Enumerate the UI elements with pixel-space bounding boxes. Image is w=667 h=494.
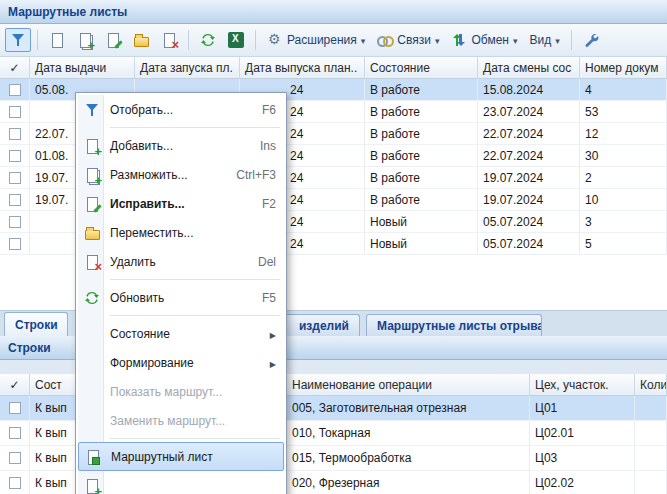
toolbar-separator — [571, 30, 572, 50]
column-header-release-date[interactable]: Дата выпуска план.. — [240, 57, 365, 78]
filter-icon — [84, 102, 100, 118]
add-document-icon — [84, 138, 100, 154]
menu-item-add[interactable]: Добавить... Ins — [78, 131, 284, 160]
row-checkbox[interactable] — [9, 194, 21, 206]
add-document-icon — [49, 32, 65, 48]
row-checkbox[interactable] — [9, 84, 21, 96]
menu-item-filter[interactable]: Отобрать... F6 — [78, 95, 284, 124]
filter-button[interactable] — [5, 28, 31, 52]
move-folder-icon — [84, 225, 100, 241]
row-checkbox[interactable] — [9, 216, 21, 228]
settings-wrench-button[interactable] — [578, 28, 604, 52]
tab-rows[interactable]: Строки — [4, 312, 68, 336]
menu-item-state[interactable]: Состояние — [78, 319, 284, 348]
toolbar-separator — [37, 30, 38, 50]
column-header-quantity[interactable]: Колич — [635, 374, 667, 395]
toolbar-separator — [188, 30, 189, 50]
column-header-check[interactable]: ✓ — [0, 57, 30, 78]
menu-item-label: Добавить... — [110, 139, 173, 153]
view-label: Вид — [530, 33, 552, 47]
cell-state: В работе — [365, 145, 478, 166]
tab-route-sheets-tearoff[interactable]: Маршрутные листы отрыва — [366, 314, 542, 336]
links-label: Связи — [397, 33, 431, 47]
column-header-operation[interactable]: Наименование операции — [287, 374, 530, 395]
column-header-state-change-date[interactable]: Дата смены сос — [478, 57, 580, 78]
cell-state-change-date: 22.07.2024 — [478, 123, 580, 144]
context-menu: Отобрать... F6 Добавить... Ins Размножит… — [75, 92, 287, 494]
row-checkbox[interactable] — [9, 477, 21, 489]
cell-state: Новый — [365, 211, 478, 232]
menu-item-formation[interactable]: Формирование — [78, 348, 284, 377]
menu-item-label: Размножить... — [110, 168, 188, 182]
menu-item-replace-route: Заменить маршрут... — [78, 406, 284, 435]
cell-state-change-date: 15.08.2024 — [478, 79, 580, 100]
exchange-dropdown[interactable]: Обмен — [446, 28, 522, 52]
delete-button[interactable] — [156, 28, 182, 52]
menu-item-label: Удалить — [110, 255, 156, 269]
cell-state-change-date: 23.07.2024 — [478, 101, 580, 122]
menu-item-label: Формирование — [110, 356, 194, 370]
menu-separator — [110, 127, 280, 128]
row-checkbox[interactable] — [9, 150, 21, 162]
copy-document-icon — [77, 32, 93, 48]
menu-item-edit[interactable]: Исправить... F2 — [78, 189, 284, 218]
cell-workshop: Ц02.02 — [530, 471, 635, 494]
row-checkbox[interactable] — [9, 172, 21, 184]
filter-icon — [10, 32, 26, 48]
cell-state-change-date: 19.07.2024 — [478, 167, 580, 188]
chevron-down-icon — [361, 33, 366, 47]
menu-item-route-sheet[interactable]: Маршрутный лист — [78, 442, 284, 471]
menu-item-duplicate[interactable]: Размножить... Ctrl+F3 — [78, 160, 284, 189]
tab-label: Маршрутные листы отрыва — [377, 319, 542, 333]
exchange-label: Обмен — [471, 33, 509, 47]
extensions-dropdown[interactable]: Расширения — [262, 28, 370, 52]
row-checkbox[interactable] — [9, 402, 21, 414]
row-checkbox[interactable] — [9, 106, 21, 118]
menu-item-show-route: Показать маршрут... — [78, 377, 284, 406]
column-header-state[interactable]: Состояние — [365, 57, 478, 78]
view-dropdown[interactable]: Вид — [525, 28, 565, 52]
chevron-down-icon — [555, 33, 560, 47]
excel-export-button[interactable] — [223, 28, 249, 52]
menu-item-move[interactable]: Переместить... — [78, 218, 284, 247]
cell-doc-number: 12 — [580, 123, 667, 144]
menu-shortcut: F5 — [250, 291, 276, 305]
excel-icon — [228, 32, 244, 48]
move-folder-icon — [133, 32, 149, 48]
menu-item-partial[interactable] — [78, 471, 284, 494]
column-header-doc-number[interactable]: Номер докум — [580, 57, 667, 78]
refresh-icon — [200, 32, 216, 48]
exchange-icon — [451, 32, 467, 48]
chevron-right-icon — [270, 356, 276, 370]
add-document-icon — [84, 478, 100, 494]
move-button[interactable] — [128, 28, 154, 52]
column-header-issue-date[interactable]: Дата выдачи — [30, 57, 135, 78]
cell-operation: 015, Термообработка — [287, 446, 530, 470]
menu-item-delete[interactable]: Удалить Del — [78, 247, 284, 276]
menu-item-label: Исправить... — [110, 197, 185, 211]
menu-item-label: Отобрать... — [110, 103, 173, 117]
row-checkbox[interactable] — [9, 452, 21, 464]
edit-button[interactable] — [100, 28, 126, 52]
cell-operation: 020, Фрезерная — [287, 471, 530, 494]
links-dropdown[interactable]: Связи — [372, 28, 444, 52]
column-header-launch-date[interactable]: Дата запуска пл. — [135, 57, 240, 78]
cell-doc-number: 10 — [580, 189, 667, 210]
cell-quantity — [635, 446, 667, 470]
menu-shortcut: Del — [246, 255, 276, 269]
cell-state: В работе — [365, 123, 478, 144]
delete-document-icon — [84, 254, 100, 270]
row-checkbox[interactable] — [9, 427, 21, 439]
column-header-check[interactable]: ✓ — [0, 374, 30, 395]
copy-button[interactable] — [72, 28, 98, 52]
column-header-workshop[interactable]: Цех, участок. — [530, 374, 635, 395]
row-checkbox[interactable] — [9, 128, 21, 140]
extensions-label: Расширения — [287, 33, 357, 47]
menu-separator — [110, 315, 280, 316]
menu-item-refresh[interactable]: Обновить F5 — [78, 283, 284, 312]
row-checkbox[interactable] — [9, 238, 21, 250]
cell-workshop: Ц02.01 — [530, 421, 635, 445]
add-button[interactable] — [44, 28, 70, 52]
cell-state: В работе — [365, 167, 478, 188]
refresh-button[interactable] — [195, 28, 221, 52]
